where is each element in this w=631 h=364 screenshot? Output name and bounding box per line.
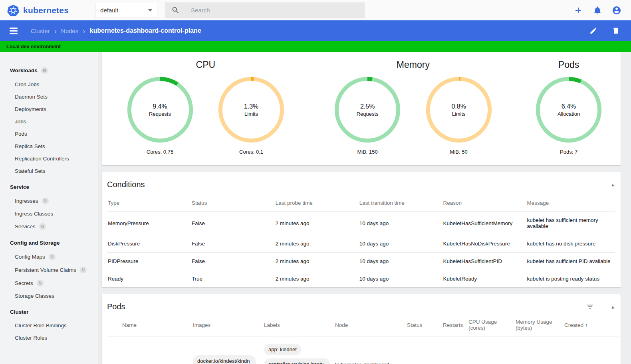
sidebar-item-label: Replica Sets xyxy=(15,143,45,149)
sidebar-item-persistent-volume-claims[interactable]: Persistent Volume ClaimsN xyxy=(0,263,98,277)
new-badge: N xyxy=(49,253,56,260)
donut-percent: 1.3% xyxy=(244,103,258,110)
sidebar-item-cluster-role-bindings[interactable]: Cluster Role Bindings xyxy=(0,319,98,332)
donut-allocation: 6.4%AllocationPods: 7 xyxy=(536,77,602,155)
donut-chart: 2.5%Requests xyxy=(334,77,401,143)
sidebar-item-ingress-classes[interactable]: Ingress Classes xyxy=(0,208,98,220)
donut-center-label: 2.5%Requests xyxy=(334,77,401,143)
sidebar-section-cluster: Cluster xyxy=(0,304,98,319)
donut-chart: 0.8%Limits xyxy=(426,77,492,143)
create-resource-button[interactable] xyxy=(573,6,583,15)
donut-footer-label: Cores: 0,1 xyxy=(239,149,263,155)
sidebar-item-storage-classes[interactable]: Storage Classes xyxy=(0,290,98,302)
pod-name-cell: kindnet-fmj8d xyxy=(121,336,192,364)
allocation-group-memory: Memory2.5%RequestsMiB: 1500.8%LimitsMiB:… xyxy=(310,59,517,155)
topbar-actions xyxy=(573,6,621,15)
notifications-button[interactable] xyxy=(593,6,602,15)
account-circle-icon xyxy=(612,5,621,16)
sidebar-item-ingresses[interactable]: IngressesN xyxy=(0,194,98,208)
donut-row: 9.4%RequestsCores: 0,751.3%LimitsCores: … xyxy=(102,77,310,155)
breadcrumb-item-nodes[interactable]: Nodes xyxy=(61,28,78,34)
conditions-column-status: Status xyxy=(191,195,275,212)
kubernetes-logo-link[interactable]: kubernetes xyxy=(7,4,69,16)
pods-title: Pods xyxy=(107,302,125,311)
page-body: WorkloadsNCron JobsDaemon SetsDeployment… xyxy=(0,52,631,364)
sidebar-item-label: Ingresses xyxy=(15,198,38,204)
allocation-group-pods: Pods6.4%AllocationPods: 7 xyxy=(517,59,621,155)
pod-memory-cell: - xyxy=(515,336,564,364)
sidebar-item-deployments[interactable]: Deployments xyxy=(0,103,98,115)
pods-column-node[interactable]: Node xyxy=(334,314,406,336)
sidebar-item-label: Jobs xyxy=(15,119,26,125)
allocation-group-cpu: CPU9.4%RequestsCores: 0,751.3%LimitsCore… xyxy=(102,59,310,155)
pods-column-cpu-usage-cores-[interactable]: CPU Usage (cores) xyxy=(468,314,515,336)
pods-column-name[interactable]: Name xyxy=(121,314,192,336)
pods-column-labels[interactable]: Labels xyxy=(263,314,334,336)
condition-cell: True xyxy=(191,270,275,288)
sidebar-item-label: Ingress Classes xyxy=(15,211,53,217)
collapse-conditions-icon[interactable] xyxy=(611,182,615,187)
donut-center-label: 0.8%Limits xyxy=(426,77,492,143)
sidebar-item-label: Persistent Volume Claims xyxy=(15,267,76,273)
dropdown-caret-icon xyxy=(148,9,152,12)
donut-metric-label: Requests xyxy=(149,111,171,117)
conditions-column-last-transition-time: Last transition time xyxy=(359,195,442,212)
donut-row: 2.5%RequestsMiB: 1500.8%LimitsMiB: 50 xyxy=(310,77,517,155)
condition-cell: 2 minutes ago xyxy=(275,270,359,288)
condition-cell: 2 minutes ago xyxy=(275,253,359,270)
donut-footer-label: MiB: 150 xyxy=(357,149,377,155)
conditions-table-body: MemoryPressureFalse2 minutes ago10 days … xyxy=(107,212,615,288)
breadcrumb-current: kubernetes-dashboard-control-plane xyxy=(90,27,201,34)
filter-icon xyxy=(586,303,594,311)
search-input[interactable] xyxy=(190,6,358,14)
donut-requests: 9.4%RequestsCores: 0,75 xyxy=(127,77,193,155)
donut-percent: 2.5% xyxy=(360,103,375,110)
allocation-group-title: Pods xyxy=(517,59,621,70)
image-chip: docker.io/kindest/kindnetd:v20230511-dc7… xyxy=(193,355,256,364)
condition-cell: 10 days ago xyxy=(359,235,442,253)
pods-column-images[interactable]: Images xyxy=(192,314,263,336)
conditions-card: Conditions TypeStatusLast probe timeLast… xyxy=(102,172,621,287)
sidebar-item-cron-jobs[interactable]: Cron Jobs xyxy=(0,78,98,91)
sidebar-item-config-maps[interactable]: Config MapsN xyxy=(0,250,98,263)
pods-column-restarts[interactable]: Restarts xyxy=(442,314,468,336)
sidebar-section-service: Service xyxy=(0,179,98,194)
edit-resource-button[interactable] xyxy=(589,26,598,36)
namespace-selector[interactable]: default xyxy=(95,3,157,18)
condition-cell: False xyxy=(191,235,275,253)
trash-icon xyxy=(612,27,620,35)
account-button[interactable] xyxy=(612,6,621,15)
condition-cell: KubeletHasNoDiskPressure xyxy=(442,235,526,253)
allocation-card: CPU9.4%RequestsCores: 0,751.3%LimitsCore… xyxy=(102,52,621,165)
sidebar-item-replica-sets[interactable]: Replica Sets xyxy=(0,140,98,152)
sidebar-item-replication-controllers[interactable]: Replication Controllers xyxy=(0,152,98,165)
sidebar-item-stateful-sets[interactable]: Stateful Sets xyxy=(0,165,98,177)
sidebar-item-label: Cluster Roles xyxy=(15,335,47,341)
sidebar-item-cluster-roles[interactable]: Cluster Roles xyxy=(0,332,98,344)
donut-center-label: 6.4%Allocation xyxy=(536,77,602,143)
sidebar-item-jobs[interactable]: Jobs xyxy=(0,115,98,128)
pod-created-cell: 10 days ago xyxy=(564,336,603,364)
sidebar-item-secrets[interactable]: SecretsN xyxy=(0,277,98,290)
donut-metric-label: Limits xyxy=(244,111,258,117)
breadcrumb-bar: ClusterNodeskubernetes-dashboard-control… xyxy=(0,20,631,41)
pod-restarts-cell: 5 xyxy=(442,336,468,364)
condition-cell: PIDPressure xyxy=(107,253,191,270)
menu-button[interactable] xyxy=(10,28,18,34)
condition-cell: kubelet has no disk pressure xyxy=(526,235,615,253)
pods-column-created[interactable]: Created xyxy=(564,314,603,336)
pods-column-memory-usage-bytes-[interactable]: Memory Usage (bytes) xyxy=(515,314,564,336)
breadcrumb: ClusterNodeskubernetes-dashboard-control… xyxy=(31,27,201,35)
breadcrumb-item-cluster[interactable]: Cluster xyxy=(31,28,50,34)
sidebar-item-pods[interactable]: Pods xyxy=(0,128,98,140)
collapse-pods-icon[interactable] xyxy=(611,305,615,309)
filter-pods-button[interactable] xyxy=(586,303,594,311)
new-badge: N xyxy=(39,223,46,230)
search-bar[interactable] xyxy=(165,2,365,18)
pods-column-status-dot xyxy=(107,314,121,336)
delete-resource-button[interactable] xyxy=(611,26,621,36)
pods-column-status[interactable]: Status xyxy=(406,314,442,336)
donut-percent: 6.4% xyxy=(562,103,576,110)
sidebar-item-daemon-sets[interactable]: Daemon Sets xyxy=(0,91,98,103)
sidebar-item-services[interactable]: ServicesN xyxy=(0,220,98,233)
